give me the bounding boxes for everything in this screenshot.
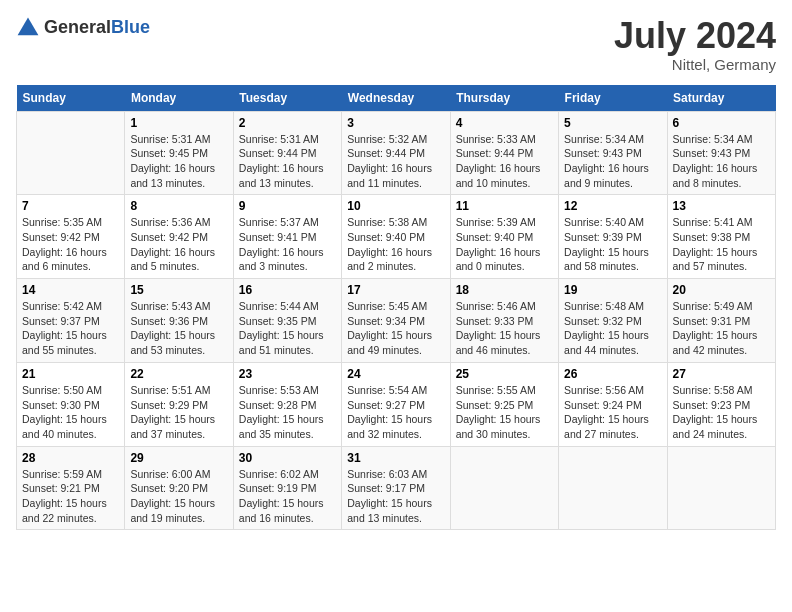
day-number: 26 — [564, 367, 661, 381]
day-number: 29 — [130, 451, 227, 465]
logo-general: General — [44, 17, 111, 37]
calendar-table: SundayMondayTuesdayWednesdayThursdayFrid… — [16, 85, 776, 531]
weekday-header-tuesday: Tuesday — [233, 85, 341, 112]
calendar-cell: 24Sunrise: 5:54 AM Sunset: 9:27 PM Dayli… — [342, 362, 450, 446]
calendar-cell: 2Sunrise: 5:31 AM Sunset: 9:44 PM Daylig… — [233, 111, 341, 195]
title-block: July 2024 Nittel, Germany — [614, 16, 776, 73]
day-info: Sunrise: 5:39 AM Sunset: 9:40 PM Dayligh… — [456, 215, 553, 274]
logo-icon — [16, 16, 40, 40]
calendar-cell — [667, 446, 775, 530]
day-info: Sunrise: 5:43 AM Sunset: 9:36 PM Dayligh… — [130, 299, 227, 358]
calendar-cell: 5Sunrise: 5:34 AM Sunset: 9:43 PM Daylig… — [559, 111, 667, 195]
day-info: Sunrise: 5:51 AM Sunset: 9:29 PM Dayligh… — [130, 383, 227, 442]
day-number: 10 — [347, 199, 444, 213]
day-info: Sunrise: 6:03 AM Sunset: 9:17 PM Dayligh… — [347, 467, 444, 526]
calendar-cell: 25Sunrise: 5:55 AM Sunset: 9:25 PM Dayli… — [450, 362, 558, 446]
calendar-cell: 28Sunrise: 5:59 AM Sunset: 9:21 PM Dayli… — [17, 446, 125, 530]
calendar-cell: 16Sunrise: 5:44 AM Sunset: 9:35 PM Dayli… — [233, 279, 341, 363]
calendar-cell: 20Sunrise: 5:49 AM Sunset: 9:31 PM Dayli… — [667, 279, 775, 363]
calendar-cell: 1Sunrise: 5:31 AM Sunset: 9:45 PM Daylig… — [125, 111, 233, 195]
calendar-cell: 8Sunrise: 5:36 AM Sunset: 9:42 PM Daylig… — [125, 195, 233, 279]
calendar-cell: 6Sunrise: 5:34 AM Sunset: 9:43 PM Daylig… — [667, 111, 775, 195]
week-row-5: 28Sunrise: 5:59 AM Sunset: 9:21 PM Dayli… — [17, 446, 776, 530]
calendar-cell: 9Sunrise: 5:37 AM Sunset: 9:41 PM Daylig… — [233, 195, 341, 279]
calendar-cell — [559, 446, 667, 530]
week-row-1: 1Sunrise: 5:31 AM Sunset: 9:45 PM Daylig… — [17, 111, 776, 195]
day-number: 25 — [456, 367, 553, 381]
logo-blue: Blue — [111, 17, 150, 37]
location-title: Nittel, Germany — [614, 56, 776, 73]
day-number: 17 — [347, 283, 444, 297]
calendar-cell — [450, 446, 558, 530]
weekday-header-monday: Monday — [125, 85, 233, 112]
calendar-cell: 13Sunrise: 5:41 AM Sunset: 9:38 PM Dayli… — [667, 195, 775, 279]
day-number: 13 — [673, 199, 770, 213]
weekday-header-saturday: Saturday — [667, 85, 775, 112]
day-number: 27 — [673, 367, 770, 381]
day-info: Sunrise: 5:40 AM Sunset: 9:39 PM Dayligh… — [564, 215, 661, 274]
day-info: Sunrise: 5:33 AM Sunset: 9:44 PM Dayligh… — [456, 132, 553, 191]
calendar-cell: 4Sunrise: 5:33 AM Sunset: 9:44 PM Daylig… — [450, 111, 558, 195]
day-info: Sunrise: 5:38 AM Sunset: 9:40 PM Dayligh… — [347, 215, 444, 274]
day-info: Sunrise: 6:02 AM Sunset: 9:19 PM Dayligh… — [239, 467, 336, 526]
calendar-cell: 21Sunrise: 5:50 AM Sunset: 9:30 PM Dayli… — [17, 362, 125, 446]
calendar-cell: 15Sunrise: 5:43 AM Sunset: 9:36 PM Dayli… — [125, 279, 233, 363]
day-info: Sunrise: 5:31 AM Sunset: 9:45 PM Dayligh… — [130, 132, 227, 191]
weekday-header-friday: Friday — [559, 85, 667, 112]
calendar-cell: 11Sunrise: 5:39 AM Sunset: 9:40 PM Dayli… — [450, 195, 558, 279]
day-info: Sunrise: 5:45 AM Sunset: 9:34 PM Dayligh… — [347, 299, 444, 358]
day-number: 23 — [239, 367, 336, 381]
calendar-cell: 10Sunrise: 5:38 AM Sunset: 9:40 PM Dayli… — [342, 195, 450, 279]
day-number: 2 — [239, 116, 336, 130]
day-number: 24 — [347, 367, 444, 381]
day-number: 22 — [130, 367, 227, 381]
day-info: Sunrise: 5:31 AM Sunset: 9:44 PM Dayligh… — [239, 132, 336, 191]
day-info: Sunrise: 5:41 AM Sunset: 9:38 PM Dayligh… — [673, 215, 770, 274]
day-info: Sunrise: 5:54 AM Sunset: 9:27 PM Dayligh… — [347, 383, 444, 442]
day-info: Sunrise: 5:34 AM Sunset: 9:43 PM Dayligh… — [673, 132, 770, 191]
calendar-cell: 29Sunrise: 6:00 AM Sunset: 9:20 PM Dayli… — [125, 446, 233, 530]
logo: GeneralBlue — [16, 16, 150, 40]
calendar-cell: 30Sunrise: 6:02 AM Sunset: 9:19 PM Dayli… — [233, 446, 341, 530]
calendar-cell — [17, 111, 125, 195]
day-number: 31 — [347, 451, 444, 465]
calendar-cell: 27Sunrise: 5:58 AM Sunset: 9:23 PM Dayli… — [667, 362, 775, 446]
calendar-cell: 22Sunrise: 5:51 AM Sunset: 9:29 PM Dayli… — [125, 362, 233, 446]
day-number: 1 — [130, 116, 227, 130]
day-info: Sunrise: 5:42 AM Sunset: 9:37 PM Dayligh… — [22, 299, 119, 358]
day-info: Sunrise: 5:32 AM Sunset: 9:44 PM Dayligh… — [347, 132, 444, 191]
calendar-cell: 12Sunrise: 5:40 AM Sunset: 9:39 PM Dayli… — [559, 195, 667, 279]
day-number: 12 — [564, 199, 661, 213]
week-row-4: 21Sunrise: 5:50 AM Sunset: 9:30 PM Dayli… — [17, 362, 776, 446]
calendar-cell: 18Sunrise: 5:46 AM Sunset: 9:33 PM Dayli… — [450, 279, 558, 363]
day-number: 7 — [22, 199, 119, 213]
day-number: 20 — [673, 283, 770, 297]
day-number: 6 — [673, 116, 770, 130]
calendar-cell: 23Sunrise: 5:53 AM Sunset: 9:28 PM Dayli… — [233, 362, 341, 446]
day-info: Sunrise: 5:55 AM Sunset: 9:25 PM Dayligh… — [456, 383, 553, 442]
day-info: Sunrise: 5:46 AM Sunset: 9:33 PM Dayligh… — [456, 299, 553, 358]
day-number: 4 — [456, 116, 553, 130]
day-number: 14 — [22, 283, 119, 297]
calendar-cell: 26Sunrise: 5:56 AM Sunset: 9:24 PM Dayli… — [559, 362, 667, 446]
calendar-cell: 3Sunrise: 5:32 AM Sunset: 9:44 PM Daylig… — [342, 111, 450, 195]
calendar-cell: 17Sunrise: 5:45 AM Sunset: 9:34 PM Dayli… — [342, 279, 450, 363]
day-info: Sunrise: 5:37 AM Sunset: 9:41 PM Dayligh… — [239, 215, 336, 274]
day-info: Sunrise: 5:44 AM Sunset: 9:35 PM Dayligh… — [239, 299, 336, 358]
page-header: GeneralBlue July 2024 Nittel, Germany — [16, 16, 776, 73]
day-info: Sunrise: 6:00 AM Sunset: 9:20 PM Dayligh… — [130, 467, 227, 526]
weekday-header-sunday: Sunday — [17, 85, 125, 112]
day-number: 5 — [564, 116, 661, 130]
day-number: 16 — [239, 283, 336, 297]
day-number: 19 — [564, 283, 661, 297]
day-info: Sunrise: 5:58 AM Sunset: 9:23 PM Dayligh… — [673, 383, 770, 442]
day-number: 18 — [456, 283, 553, 297]
day-info: Sunrise: 5:53 AM Sunset: 9:28 PM Dayligh… — [239, 383, 336, 442]
day-info: Sunrise: 5:34 AM Sunset: 9:43 PM Dayligh… — [564, 132, 661, 191]
day-info: Sunrise: 5:36 AM Sunset: 9:42 PM Dayligh… — [130, 215, 227, 274]
day-info: Sunrise: 5:48 AM Sunset: 9:32 PM Dayligh… — [564, 299, 661, 358]
day-number: 30 — [239, 451, 336, 465]
day-info: Sunrise: 5:59 AM Sunset: 9:21 PM Dayligh… — [22, 467, 119, 526]
calendar-cell: 31Sunrise: 6:03 AM Sunset: 9:17 PM Dayli… — [342, 446, 450, 530]
day-number: 28 — [22, 451, 119, 465]
